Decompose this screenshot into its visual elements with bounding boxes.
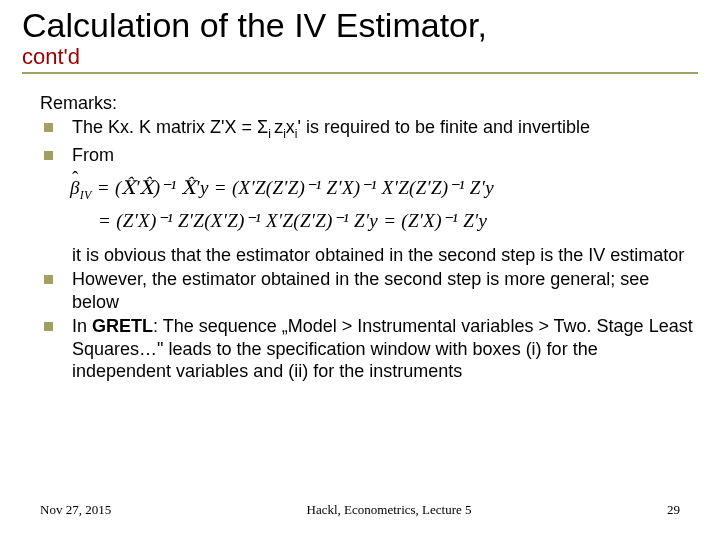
b1-mid2: x — [286, 117, 295, 137]
footer-date: Nov 27, 2015 — [40, 502, 111, 518]
slide-subtitle: cont'd — [22, 44, 698, 70]
bullet-3: However, the estimator obtained in the s… — [40, 268, 698, 313]
obvious-continuation: it is obvious that the estimator obtaine… — [40, 244, 698, 267]
bullet-1: The Kx. K matrix Z'X = Σi zixi' is requi… — [40, 116, 698, 142]
footer: Nov 27, 2015 Hackl, Econometrics, Lectur… — [40, 502, 680, 518]
remarks-label: Remarks: — [40, 92, 698, 115]
b1-text-pre: The Kx. K matrix Z'X = Σ — [72, 117, 268, 137]
footer-page-number: 29 — [667, 502, 680, 518]
b4-post: : The sequence „Model > Instrumental var… — [72, 316, 693, 381]
bullet-2: From — [40, 144, 698, 167]
bullet-4: In GRETL: The sequence „Model > Instrume… — [40, 315, 698, 383]
body-content: Remarks: The Kx. K matrix Z'X = Σi zixi'… — [22, 92, 698, 383]
slide: Calculation of the IV Estimator, cont'd … — [0, 0, 720, 540]
eq1-rest: = (X̂′X̂)⁻¹ X̂′y = (X′Z(Z′Z)⁻¹ Z′X)⁻¹ X′… — [92, 177, 494, 198]
equation-line-2: = (Z′X)⁻¹ Z′Z(X′Z)⁻¹ X′Z(Z′Z)⁻¹ Z′y = (Z… — [70, 205, 698, 237]
b1-text-post: ' is required to be finite and invertibl… — [297, 117, 590, 137]
equation-block: βIV = (X̂′X̂)⁻¹ X̂′y = (X′Z(Z′Z)⁻¹ Z′X)⁻… — [70, 172, 698, 237]
bullet-list: The Kx. K matrix Z'X = Σi zixi' is requi… — [40, 116, 698, 166]
beta-sub: IV — [80, 188, 92, 202]
slide-title: Calculation of the IV Estimator, — [22, 8, 698, 44]
b4-pre: In — [72, 316, 92, 336]
title-block: Calculation of the IV Estimator, cont'd — [22, 8, 698, 74]
beta-hat: β — [70, 172, 80, 204]
bullet-list-2: However, the estimator obtained in the s… — [40, 268, 698, 383]
footer-center: Hackl, Econometrics, Lecture 5 — [111, 502, 667, 518]
b1-mid1: z — [274, 117, 283, 137]
equation-line-1: βIV = (X̂′X̂)⁻¹ X̂′y = (X′Z(Z′Z)⁻¹ Z′X)⁻… — [70, 172, 698, 205]
b4-bold: GRETL — [92, 316, 153, 336]
